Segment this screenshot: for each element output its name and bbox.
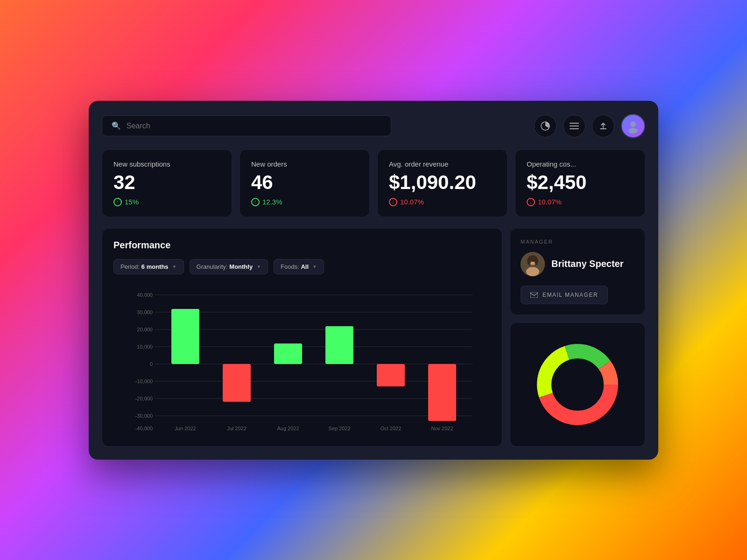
bottom-row: Performance Period: 6 months ▼ Granulari…	[102, 228, 645, 447]
chevron-down-icon: ▼	[256, 264, 261, 269]
svg-rect-1	[570, 123, 579, 124]
header: 🔍	[102, 114, 645, 138]
bar-oct-2022	[377, 364, 405, 386]
donut-center	[552, 359, 603, 410]
metric-revenue-change: ↓ 10.07%	[389, 198, 496, 206]
svg-text:Sep 2022: Sep 2022	[328, 426, 350, 431]
metric-revenue-value: $1,090.20	[389, 173, 496, 192]
bar-aug-2022	[274, 343, 302, 364]
metric-cost-label: Operating cos...	[527, 160, 634, 168]
metric-subscriptions-label: New subscriptions	[113, 160, 220, 168]
metrics-row: New subscriptions 32 ↑ 15% New orders 46…	[102, 149, 645, 217]
bar-chart: 40,000 30,000 20,000 10,000 0 -10,000 -2…	[113, 286, 491, 435]
down-arrow-icon: ↓	[527, 198, 535, 206]
metric-avg-revenue: Avg. order revenue $1,090.20 ↓ 10.07%	[377, 149, 507, 217]
metric-orders-label: New orders	[251, 160, 358, 168]
right-sidebar: MANAGER Brittan	[510, 228, 645, 447]
up-arrow-icon: ↑	[251, 198, 260, 206]
performance-card: Performance Period: 6 months ▼ Granulari…	[102, 228, 502, 447]
search-bar[interactable]: 🔍	[102, 115, 391, 136]
bar-sep-2022	[325, 326, 353, 364]
svg-text:Oct 2022: Oct 2022	[381, 426, 402, 431]
dashboard: 🔍	[89, 101, 658, 460]
metric-cost-change: ↓ 10.07%	[527, 198, 634, 206]
period-filter[interactable]: Period: 6 months ▼	[113, 259, 184, 274]
svg-text:-30,000: -30,000	[135, 413, 153, 419]
svg-point-5	[628, 128, 638, 133]
svg-text:40,000: 40,000	[137, 292, 153, 298]
manager-card: MANAGER Brittan	[510, 228, 645, 315]
granularity-filter[interactable]: Granularity: Monthly ▼	[190, 259, 268, 274]
svg-text:-20,000: -20,000	[135, 396, 153, 401]
svg-rect-3	[570, 128, 579, 129]
performance-title: Performance	[113, 240, 491, 251]
svg-text:-40,000: -40,000	[135, 426, 153, 431]
svg-rect-35	[530, 292, 538, 298]
svg-text:-10,000: -10,000	[135, 378, 153, 384]
svg-text:10,000: 10,000	[137, 344, 153, 350]
svg-text:0: 0	[150, 361, 153, 367]
donut-card	[510, 322, 645, 447]
svg-text:30,000: 30,000	[137, 309, 153, 315]
manager-avatar	[521, 252, 545, 276]
filters: Period: 6 months ▼ Granularity: Monthly …	[113, 259, 491, 274]
manager-section-label: MANAGER	[521, 239, 634, 245]
bar-jun-2022	[171, 309, 199, 364]
chart-svg: 40,000 30,000 20,000 10,000 0 -10,000 -2…	[113, 286, 491, 435]
svg-point-33	[527, 258, 531, 265]
up-arrow-icon: ↑	[113, 198, 122, 206]
svg-text:Jun 2022: Jun 2022	[175, 426, 196, 431]
chevron-down-icon: ▼	[172, 264, 177, 269]
metric-new-subscriptions: New subscriptions 32 ↑ 15%	[102, 149, 232, 217]
upload-icon-button[interactable]	[592, 115, 614, 137]
foods-filter[interactable]: Foods: All ▼	[274, 259, 324, 274]
bar-nov-2022	[428, 364, 456, 421]
metric-subscriptions-change: ↑ 15%	[113, 198, 220, 206]
search-input[interactable]	[127, 122, 381, 130]
email-manager-button[interactable]: EMAIL MANAGER	[521, 286, 608, 304]
manager-info: Brittany Specter	[521, 252, 634, 276]
menu-icon-button[interactable]	[563, 115, 585, 137]
svg-text:Aug 2022: Aug 2022	[277, 426, 299, 431]
user-avatar[interactable]	[621, 114, 645, 138]
metric-revenue-label: Avg. order revenue	[389, 160, 496, 168]
metric-new-orders: New orders 46 ↑ 12.3%	[240, 149, 370, 217]
chart-icon-button[interactable]	[534, 115, 557, 137]
header-actions	[534, 114, 645, 138]
svg-rect-2	[570, 126, 579, 126]
metric-orders-change: ↑ 12.3%	[251, 198, 358, 206]
metric-cost-value: $2,450	[527, 173, 634, 192]
svg-point-31	[526, 267, 539, 276]
metric-orders-value: 46	[251, 173, 358, 192]
svg-text:Jul 2022: Jul 2022	[227, 426, 247, 431]
search-icon: 🔍	[112, 121, 121, 130]
chevron-down-icon: ▼	[312, 264, 317, 269]
email-manager-label: EMAIL MANAGER	[543, 292, 598, 298]
svg-text:Nov 2022: Nov 2022	[431, 426, 453, 431]
svg-point-34	[535, 258, 538, 265]
donut-chart	[526, 333, 629, 436]
metric-subscriptions-value: 32	[113, 173, 220, 192]
bar-jul-2022	[223, 364, 251, 402]
svg-text:20,000: 20,000	[137, 327, 153, 332]
metric-operating-cost: Operating cos... $2,450 ↓ 10.07%	[515, 149, 645, 217]
manager-name: Brittany Specter	[551, 259, 624, 269]
down-arrow-icon: ↓	[389, 198, 397, 206]
svg-point-4	[630, 121, 636, 127]
email-icon	[530, 292, 538, 298]
